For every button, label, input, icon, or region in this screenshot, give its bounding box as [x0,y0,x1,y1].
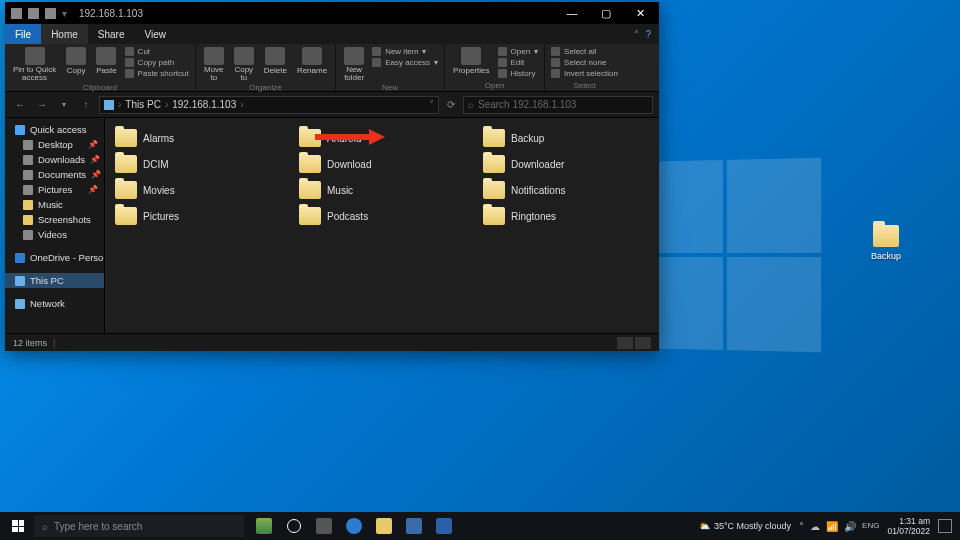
nav-documents[interactable]: Documents📌 [5,167,104,182]
tab-view[interactable]: View [135,24,177,44]
paste-button[interactable]: Paste [94,46,118,76]
edit-button[interactable]: Edit [498,57,539,68]
nav-videos[interactable]: Videos [5,227,104,242]
start-button[interactable] [4,512,32,540]
status-bar: 12 items | [5,333,659,351]
taskbar-app-mail[interactable] [430,514,458,538]
address-dropdown-icon[interactable]: ˅ [429,99,434,110]
titlebar[interactable]: ▾ 192.168.1.103 — ▢ ✕ [5,2,659,24]
folder-label: Alarms [143,133,174,144]
folder-icon [299,181,321,199]
folder-label: Music [327,185,353,196]
nav-network[interactable]: Network [5,296,104,311]
taskbar-search[interactable]: ⌕ Type here to search [34,515,244,537]
paste-shortcut-button[interactable]: Paste shortcut [125,68,189,79]
breadcrumb-path[interactable]: 192.168.1.103 [172,99,236,110]
task-view-button[interactable] [310,514,338,538]
ribbon: Pin to Quick access Copy Paste Cut Copy … [5,44,659,92]
taskbar-clock[interactable]: 1:31 am 01/07/2022 [887,516,930,536]
nav-downloads[interactable]: Downloads📌 [5,152,104,167]
forward-button[interactable]: → [33,99,51,110]
tray-chevron-icon[interactable]: ˄ [799,521,804,532]
pin-quick-access-button[interactable]: Pin to Quick access [11,46,58,83]
taskbar-app-store[interactable] [400,514,428,538]
invert-selection-button[interactable]: Invert selection [551,68,618,79]
folder-item[interactable]: Backup [479,126,653,150]
qat-icon[interactable] [28,8,39,19]
ribbon-collapse-icon[interactable]: ˄ [634,29,639,40]
history-button[interactable]: History [498,68,539,79]
folder-label: Pictures [143,211,179,222]
folder-item[interactable]: Downloader [479,152,653,176]
wallpaper-windows-logo [633,158,821,352]
folder-label: Download [327,159,371,170]
folder-item[interactable]: Music [295,178,469,202]
folder-icon [483,181,505,199]
copy-to-button[interactable]: Copy to [232,46,256,83]
tray-language[interactable]: ENG [862,521,879,532]
taskbar-thumbnail[interactable] [250,514,278,538]
rename-button[interactable]: Rename [295,46,329,76]
open-button[interactable]: Open ▾ [498,46,539,57]
search-box[interactable]: ⌕ Search 192.168.1.103 [463,96,653,114]
nav-onedrive[interactable]: OneDrive - Personal [5,250,104,265]
desktop-folder-backup[interactable]: Backup [862,225,910,261]
nav-screenshots[interactable]: Screenshots [5,212,104,227]
folder-item[interactable]: Podcasts [295,204,469,228]
folder-item[interactable]: DCIM [111,152,285,176]
tray-volume-icon[interactable]: 🔊 [844,521,856,532]
cortana-button[interactable] [280,514,308,538]
help-icon[interactable]: ? [645,29,651,40]
tray-onedrive-icon[interactable]: ☁ [810,521,820,532]
weather-widget[interactable]: ⛅ 35°C Mostly cloudy [699,521,791,531]
folder-icon [483,155,505,173]
nav-music[interactable]: Music [5,197,104,212]
tray-network-icon[interactable]: 📶 [826,521,838,532]
select-none-button[interactable]: Select none [551,57,618,68]
new-item-button[interactable]: New item ▾ [372,46,438,57]
breadcrumb-root[interactable]: This PC [125,99,161,110]
up-button[interactable]: ↑ [77,99,95,110]
new-folder-button[interactable]: New folder [342,46,366,83]
nav-this-pc[interactable]: This PC [5,273,104,288]
properties-button[interactable]: Properties [451,46,491,76]
close-button[interactable]: ✕ [623,2,657,24]
nav-quick-access[interactable]: Quick access [5,122,104,137]
folder-icon [115,129,137,147]
folder-item[interactable]: Notifications [479,178,653,202]
maximize-button[interactable]: ▢ [589,2,623,24]
folder-item[interactable]: Pictures [111,204,285,228]
delete-button[interactable]: Delete [262,46,289,76]
nav-desktop[interactable]: Desktop📌 [5,137,104,152]
nav-pictures[interactable]: Pictures📌 [5,182,104,197]
tab-home[interactable]: Home [41,24,88,44]
move-to-button[interactable]: Move to [202,46,226,83]
cut-button[interactable]: Cut [125,46,189,57]
folder-label: DCIM [143,159,169,170]
address-bar[interactable]: › This PC › 192.168.1.103 › ˅ [99,96,439,114]
tab-share[interactable]: Share [88,24,135,44]
easy-access-button[interactable]: Easy access ▾ [372,57,438,68]
refresh-button[interactable]: ⟳ [443,99,459,110]
tab-file[interactable]: File [5,24,41,44]
folder-item[interactable]: Alarms [111,126,285,150]
select-all-button[interactable]: Select all [551,46,618,57]
view-details-button[interactable] [617,337,633,349]
qat-icon[interactable] [45,8,56,19]
folder-item[interactable]: Ringtones [479,204,653,228]
back-button[interactable]: ← [11,99,29,110]
recent-locations-button[interactable]: ▾ [55,100,73,109]
taskbar-app-explorer[interactable] [370,514,398,538]
copy-button[interactable]: Copy [64,46,88,76]
copy-path-button[interactable]: Copy path [125,57,189,68]
taskbar-app-edge[interactable] [340,514,368,538]
view-icons-button[interactable] [635,337,651,349]
content-area[interactable]: AlarmsAndroidBackupDCIMDownloadDownloade… [105,118,659,333]
folder-item[interactable]: Movies [111,178,285,202]
quick-access-toolbar: ▾ [7,8,71,19]
minimize-button[interactable]: — [555,2,589,24]
action-center-button[interactable] [938,519,952,533]
explorer-app-icon [11,8,22,19]
folder-item[interactable]: Download [295,152,469,176]
taskbar-search-placeholder: Type here to search [54,521,142,532]
